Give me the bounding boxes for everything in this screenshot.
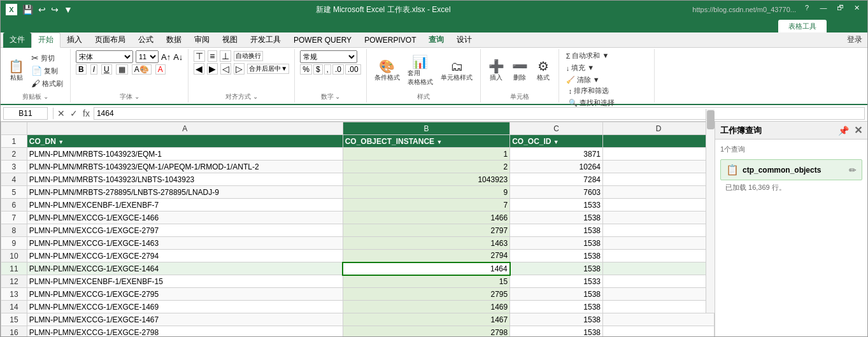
tab-powerpivot[interactable]: POWERPIVOT <box>358 32 422 48</box>
percent-button[interactable]: $ <box>313 64 323 75</box>
r7-col-a[interactable]: PLMN-PLMN/EXCCG-1/EXGCE-1466 <box>27 212 343 224</box>
minimize-button[interactable]: — <box>818 4 829 15</box>
table-format-button[interactable]: 📊 套用表格格式 <box>405 54 436 88</box>
r15-col-c[interactable]: 1538 <box>510 313 603 326</box>
customize-icon[interactable]: ▼ <box>62 4 74 15</box>
tab-insert[interactable]: 插入 <box>60 32 89 48</box>
tab-data[interactable]: 数据 <box>160 32 188 48</box>
underline-button[interactable]: U <box>101 64 112 75</box>
r4-col-c[interactable]: 7284 <box>510 173 603 186</box>
r6-col-a[interactable]: PLMN-PLMN/EXCENBF-1/EXENBF-7 <box>27 199 343 212</box>
vertical-scrollbar[interactable] <box>706 122 715 313</box>
r15-col-b[interactable]: 1467 <box>343 313 510 326</box>
align-top-icon[interactable]: ⊤ <box>194 50 205 62</box>
r3-col-c[interactable]: 10264 <box>510 161 603 173</box>
r16-col-a[interactable]: PLMN-PLMN/EXCCG-1/EXGCE-2798 <box>27 326 343 338</box>
row-1-col-b[interactable]: CO_OBJECT_INSTANCE ▼ <box>343 135 510 148</box>
r16-col-b[interactable]: 2798 <box>343 326 510 338</box>
r16-col-c[interactable]: 1538 <box>510 326 603 338</box>
format-cell-button[interactable]: ⚙ 格式 <box>533 59 553 83</box>
undo-icon[interactable]: ↩ <box>37 4 47 15</box>
tab-query[interactable]: 查询 <box>422 32 450 48</box>
r8-col-c[interactable]: 1538 <box>510 224 603 237</box>
close-button[interactable]: ✕ <box>851 4 862 15</box>
r8-col-b[interactable]: 2797 <box>343 224 510 237</box>
tab-design[interactable]: 设计 <box>450 32 478 48</box>
r12-col-a[interactable]: PLMN-PLMN/EXCENBF-1/EXENBF-15 <box>27 275 343 288</box>
decrease-decimal-button[interactable]: .00 <box>345 64 361 75</box>
tab-formula[interactable]: 公式 <box>132 32 160 48</box>
copy-button[interactable]: 📄 复制 <box>29 65 65 76</box>
format-painter-button[interactable]: 🖌 格式刷 <box>29 78 65 89</box>
clear-button[interactable]: 🧹 清除 ▼ <box>564 75 649 85</box>
confirm-formula-icon[interactable]: ✓ <box>69 107 79 120</box>
paste-button[interactable]: 📋 粘贴 <box>6 59 27 83</box>
r2-col-a[interactable]: PLMN-PLMN/MRBTS-1043923/EQM-1 <box>27 148 343 161</box>
r9-col-b[interactable]: 1463 <box>343 237 510 250</box>
cancel-formula-icon[interactable]: ✕ <box>56 107 66 120</box>
increase-decimal-button[interactable]: .0 <box>332 64 344 75</box>
delete-cell-button[interactable]: ➖ 删除 <box>509 59 530 83</box>
col-d-header[interactable]: D <box>602 122 714 135</box>
save-icon[interactable]: 💾 <box>21 4 34 15</box>
r10-col-a[interactable]: PLMN-PLMN/EXCCG-1/EXGCE-2794 <box>27 250 343 262</box>
border-button[interactable]: ▦ <box>116 64 128 75</box>
align-middle-icon[interactable]: ≡ <box>208 50 217 62</box>
align-bottom-icon[interactable]: ⊥ <box>220 50 231 62</box>
indent-right-icon[interactable]: ▷ <box>234 63 245 75</box>
r2-col-b[interactable]: 1 <box>343 148 510 161</box>
comma-button[interactable]: , <box>324 64 331 75</box>
cell-styles-button[interactable]: 🗂 单元格样式 <box>438 59 475 83</box>
r13-col-a[interactable]: PLMN-PLMN/EXCCG-1/EXGCE-2795 <box>27 288 343 301</box>
redo-icon[interactable]: ↪ <box>50 4 60 15</box>
r8-col-a[interactable]: PLMN-PLMN/EXCCG-1/EXGCE-2797 <box>27 224 343 237</box>
italic-button[interactable]: I <box>90 64 97 75</box>
query-item[interactable]: 📋 ctp_common_objects ✏ <box>720 159 862 180</box>
r2-col-c[interactable]: 3871 <box>510 148 603 161</box>
bold-button[interactable]: B <box>76 64 87 75</box>
r7-col-b[interactable]: 1466 <box>343 212 510 224</box>
tab-view[interactable]: 视图 <box>216 32 244 48</box>
r6-col-c[interactable]: 1533 <box>510 199 603 212</box>
r5-col-b[interactable]: 9 <box>343 186 510 199</box>
r12-col-b[interactable]: 15 <box>343 275 510 288</box>
r4-col-a[interactable]: PLMN-PLMN/MRBTS-1043923/LNBTS-1043923 <box>27 173 343 186</box>
font-color-button[interactable]: A <box>155 64 166 75</box>
r7-col-c[interactable]: 1538 <box>510 212 603 224</box>
indent-left-icon[interactable]: ◁ <box>220 63 231 75</box>
font-family-select[interactable]: 宋体 <box>76 50 133 63</box>
tab-power-query[interactable]: POWER QUERY <box>287 32 358 48</box>
sort-filter-button[interactable]: ↕ 排序和筛选 <box>567 85 651 96</box>
tab-home[interactable]: 开始 <box>31 32 60 48</box>
col-b-header[interactable]: B <box>343 122 510 135</box>
wrap-text-button[interactable]: 自动换行 <box>234 51 263 61</box>
r11-col-c[interactable]: 1538 <box>510 262 603 275</box>
r14-col-b[interactable]: 1469 <box>343 301 510 313</box>
currency-button[interactable]: % <box>300 64 312 75</box>
align-center-icon[interactable]: ▶ <box>207 63 218 75</box>
col-a-header[interactable]: A <box>27 122 343 135</box>
r11-col-b[interactable]: 1464 <box>343 262 510 275</box>
font-size-select[interactable]: 11 <box>136 50 159 63</box>
r12-col-c[interactable]: 1533 <box>510 275 603 288</box>
merge-button[interactable]: 合并后居中▼ <box>247 64 289 74</box>
decrease-font-icon[interactable]: A↓ <box>173 52 183 62</box>
autosum-button[interactable]: Σ 自动求和 ▼ <box>564 50 649 61</box>
formula-input[interactable] <box>94 107 865 120</box>
col-c-header[interactable]: C <box>510 122 603 135</box>
help-button[interactable]: ? <box>801 4 813 15</box>
tab-developer[interactable]: 开发工具 <box>244 32 287 48</box>
r9-col-c[interactable]: 1538 <box>510 237 603 250</box>
conditional-format-button[interactable]: 🎨 条件格式 <box>372 59 402 83</box>
r3-col-a[interactable]: PLMN-PLMN/MRBTS-1043923/EQM-1/APEQM-1/RM… <box>27 161 343 173</box>
r15-col-a[interactable]: PLMN-PLMN/EXCCG-1/EXGCE-1467 <box>27 313 343 326</box>
row-1-col-a[interactable]: CO_DN ▼ <box>27 135 343 148</box>
cell-reference-input[interactable] <box>3 107 48 120</box>
r10-col-c[interactable]: 1538 <box>510 250 603 262</box>
tab-file[interactable]: 文件 <box>3 32 31 48</box>
row-1-col-c[interactable]: CO_OC_ID ▼ <box>510 135 603 148</box>
r11-col-a[interactable]: PLMN-PLMN/EXCCG-1/EXGCE-1464 <box>27 262 343 275</box>
r14-col-a[interactable]: PLMN-PLMN/EXCCG-1/EXGCE-1469 <box>27 301 343 313</box>
r6-col-b[interactable]: 7 <box>343 199 510 212</box>
r5-col-a[interactable]: PLMN-PLMN/MRBTS-278895/LNBTS-278895/LNAD… <box>27 186 343 199</box>
